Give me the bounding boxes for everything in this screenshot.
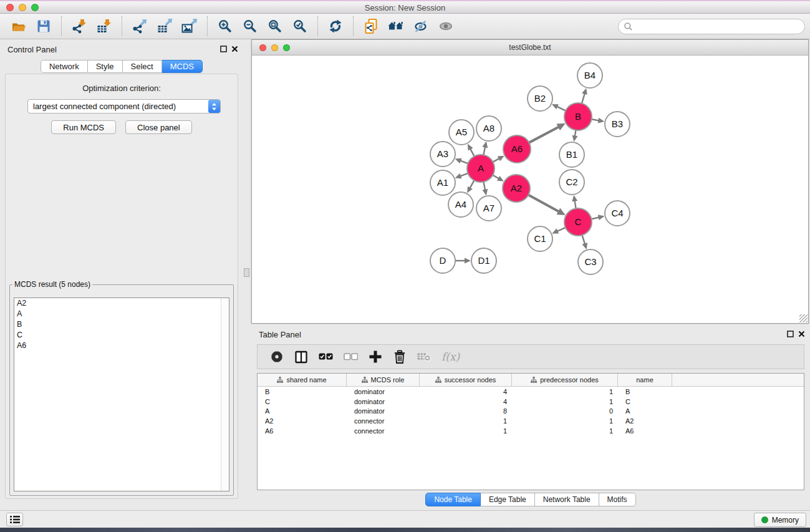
column-header-predecessor-nodes[interactable]: predecessor nodes <box>512 374 618 386</box>
column-header-MCDS-role[interactable]: MCDS role <box>347 374 420 386</box>
optimization-criterion-label: Optimization criterion: <box>6 84 238 93</box>
export-network-button[interactable] <box>127 15 152 37</box>
duplicate-network-button[interactable] <box>359 15 383 37</box>
list-scrollbar[interactable] <box>221 298 229 491</box>
column-header-label: predecessor nodes <box>540 376 599 384</box>
column-header-label: successor nodes <box>445 376 496 384</box>
add-icon <box>369 350 382 364</box>
list-item[interactable]: C <box>14 330 229 341</box>
edge-arrowhead <box>598 118 605 123</box>
chevron-up-down-icon <box>211 102 217 112</box>
resize-grip[interactable] <box>799 314 808 322</box>
node-label-A8: A8 <box>483 123 494 133</box>
node-label-A4: A4 <box>455 199 466 210</box>
toolbar-separator <box>61 16 62 36</box>
mcds-tab-content: Optimization criterion: largest connecte… <box>5 74 238 499</box>
toolbar-separator <box>317 16 318 36</box>
memory-button[interactable]: Memory <box>754 513 806 527</box>
tab-select[interactable]: Select <box>123 60 162 73</box>
zoom-out-button[interactable] <box>238 15 263 37</box>
save-session-button[interactable] <box>31 15 56 37</box>
duplicate-network-icon <box>364 18 378 34</box>
table-row[interactable]: A6connector11A6 <box>258 426 804 436</box>
zoom-fit-icon <box>268 19 282 33</box>
list-item[interactable]: A2 <box>14 298 229 309</box>
zoom-selected-button[interactable] <box>287 15 312 37</box>
criterion-select[interactable]: largest connected component (directed) <box>27 99 221 114</box>
deselect-all-rows-button[interactable] <box>344 353 358 360</box>
column-header-name[interactable]: name <box>618 374 672 386</box>
control-panel: Control Panel NetworkStyleSelectMCDS Opt… <box>0 39 243 510</box>
network-window-titlebar[interactable]: testGlobe.txt <box>252 40 808 56</box>
main-toolbar <box>0 14 810 39</box>
table-row[interactable]: A2connector11A2 <box>258 416 804 426</box>
list-item[interactable]: A <box>14 309 229 319</box>
show-all-networks-button[interactable] <box>383 15 408 37</box>
tab-network-table[interactable]: Network Table <box>535 493 599 506</box>
list-item[interactable]: A6 <box>14 341 229 351</box>
delete-table-button[interactable] <box>417 351 431 362</box>
create-column-button[interactable] <box>369 350 382 364</box>
table-row[interactable]: Adominator80A <box>258 406 804 416</box>
table-cell: B <box>258 388 347 395</box>
function-builder-button[interactable]: f(x) <box>441 351 460 363</box>
list-item[interactable]: B <box>14 319 229 330</box>
show-hidden-button[interactable] <box>433 15 458 37</box>
network-window-title: testGlobe.txt <box>252 43 808 52</box>
tab-style[interactable]: Style <box>88 60 123 73</box>
panel-splitter-handle[interactable] <box>244 268 249 277</box>
run-mcds-button[interactable]: Run MCDS <box>51 120 116 134</box>
shared-column-icon <box>277 377 283 383</box>
column-header-shared-name[interactable]: shared name <box>258 374 347 386</box>
float-panel-icon[interactable] <box>787 331 794 337</box>
tab-node-table[interactable]: Node Table <box>425 493 481 506</box>
search-input[interactable] <box>636 21 804 33</box>
refresh-view-button[interactable] <box>323 15 348 37</box>
node-label-C1: C1 <box>534 233 546 244</box>
select-stepper <box>208 100 220 113</box>
table-settings-button[interactable] <box>270 350 284 364</box>
node-label-C2: C2 <box>566 177 577 187</box>
close-panel-icon[interactable] <box>798 331 805 337</box>
zoom-in-button[interactable] <box>213 15 238 37</box>
edge-arrowhead <box>572 195 577 202</box>
open-session-button[interactable] <box>6 15 31 37</box>
tab-motifs[interactable]: Motifs <box>599 493 636 506</box>
edge-arrowhead <box>465 258 471 264</box>
show-columns-button[interactable] <box>294 351 308 364</box>
deselect-all-icon <box>344 353 358 360</box>
import-network-button[interactable] <box>67 15 92 37</box>
graph-edge-A6-B[interactable] <box>528 127 559 143</box>
app-titlebar: Session: New Session <box>0 0 810 14</box>
close-panel-button[interactable]: Close panel <box>125 120 192 134</box>
select-all-rows-button[interactable] <box>319 353 333 360</box>
node-label-A: A <box>478 163 484 173</box>
export-image-button[interactable] <box>177 15 202 37</box>
float-panel-icon[interactable] <box>220 46 227 52</box>
hide-unhide-button[interactable] <box>408 15 433 37</box>
close-panel-icon[interactable] <box>231 46 238 52</box>
export-image-icon <box>181 19 198 34</box>
zoom-fit-button[interactable] <box>263 15 287 37</box>
table-cell: 1 <box>420 427 512 435</box>
tab-edge-table[interactable]: Edge Table <box>481 493 535 506</box>
import-table-button[interactable] <box>92 15 117 37</box>
graph-edge-A2-C[interactable] <box>528 195 560 212</box>
table-cell: 1 <box>512 427 618 435</box>
table-row[interactable]: Cdominator41C <box>258 397 804 407</box>
open-folder-icon <box>11 19 26 33</box>
table-cell: dominator <box>347 398 420 405</box>
control-panel-title: Control Panel <box>7 45 57 54</box>
column-header-successor-nodes[interactable]: successor nodes <box>420 374 512 386</box>
table-cell: A <box>618 407 672 415</box>
column-header-label: name <box>636 376 653 384</box>
tab-network[interactable]: Network <box>41 60 88 73</box>
tab-mcds[interactable]: MCDS <box>162 60 203 73</box>
mcds-result-list[interactable]: A2ABCA6 <box>14 297 229 491</box>
table-row[interactable]: Bdominator41B <box>258 387 804 397</box>
network-canvas[interactable]: AA1A2A3A4A5A6A7A8BB1B2B3B4CC1C2C3C4DD1 <box>252 56 808 323</box>
delete-column-button[interactable] <box>393 350 407 364</box>
task-history-button[interactable] <box>6 513 23 526</box>
delete-table-icon <box>417 351 431 362</box>
export-table-button[interactable] <box>152 15 177 37</box>
